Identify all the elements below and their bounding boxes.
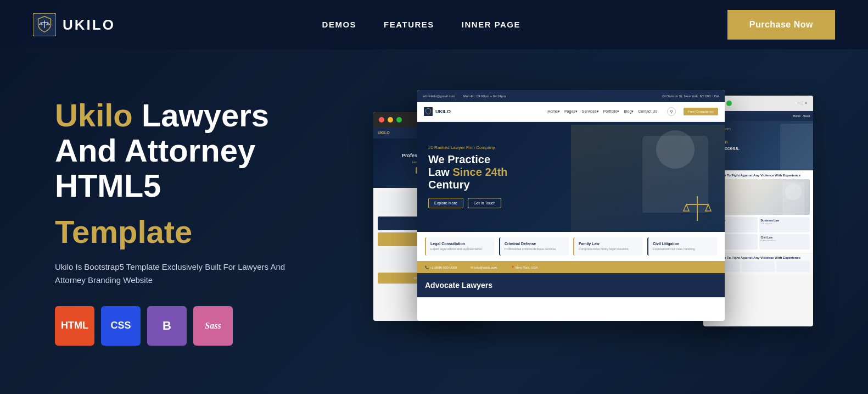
nav-link-inner-page[interactable]: INNER PAGE	[462, 20, 520, 29]
scales-icon	[33, 13, 56, 36]
badge-css: CSS	[101, 306, 141, 346]
tech-badges: HTML CSS B Sass	[55, 306, 340, 346]
screenshot-hero-title2: Law	[428, 166, 450, 178]
badge-sass: Sass	[193, 306, 233, 346]
screenshot-main: adminkilo@gmail.com Mon-Fri: 09:00pm – 0…	[417, 90, 725, 321]
hero-title-template: Template	[55, 214, 340, 249]
purchase-now-button[interactable]: Purchase Now	[727, 10, 835, 40]
nav-link-features[interactable]: FEATURES	[384, 20, 434, 29]
hero-screenshots: UKILO Home About Cases Professional Law …	[373, 79, 813, 365]
brand-name: UKILO	[63, 16, 115, 34]
screenshot-nav-btn: Free Consultancy	[684, 108, 718, 115]
nav-links: DEMOS FEATURES INNER PAGE	[322, 20, 520, 30]
screenshot-hero-title1: We Practice	[428, 153, 490, 165]
hero-title-attorney: And Attorney	[55, 132, 255, 168]
screenshot-btn-touch: Get In Touch	[468, 198, 502, 208]
hero-heading: Ukilo Lawyers And Attorney HTML5	[55, 98, 340, 203]
screenshot-hero-title3: Century	[428, 179, 470, 191]
hero-subtitle: Ukilo Is Bootstrap5 Template Exclusively…	[55, 260, 285, 287]
screenshot-btn-explore: Explore More	[428, 198, 463, 208]
badge-bootstrap: B	[147, 306, 187, 346]
screenshot-hero-accent: Since 24th	[452, 166, 507, 178]
hero-content: Ukilo Lawyers And Attorney HTML5 Templat…	[0, 30, 868, 365]
screenshot-advocate-title: Advocate Lawyers	[425, 281, 492, 290]
brand-logo[interactable]: UKILO	[33, 13, 115, 36]
hero-title-accent: Ukilo	[55, 97, 133, 133]
hero-text-block: Ukilo Lawyers And Attorney HTML5 Templat…	[55, 98, 340, 345]
hero-title-lawyers: Lawyers	[142, 97, 269, 133]
nav-link-demos[interactable]: DEMOS	[322, 20, 357, 29]
badge-html: HTML	[55, 306, 94, 346]
navbar: UKILO DEMOS FEATURES INNER PAGE Purchase…	[0, 0, 868, 49]
screenshot-hero-pretitle: #1 Ranked Lawyer Firm Company.	[428, 145, 560, 150]
screenshot-nav-brand: UKILO	[435, 109, 451, 114]
hero-title-html5: HTML5	[55, 168, 161, 203]
